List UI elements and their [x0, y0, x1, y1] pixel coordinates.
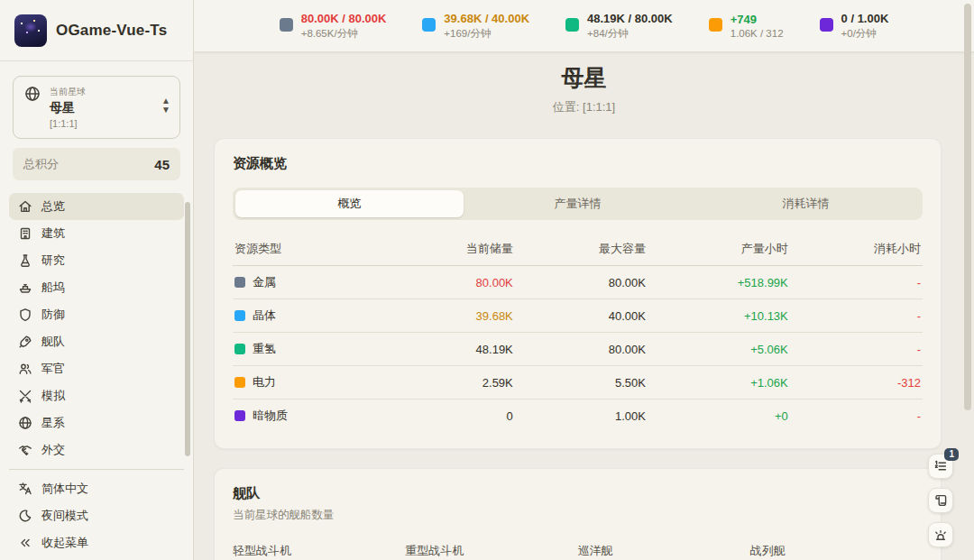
production-per-hour: +518.99K	[648, 266, 790, 299]
planet-selector[interactable]: 当前星球 母星 [1:1:1] ▲▼	[13, 76, 180, 139]
app-logo-row: OGame-Vue-Ts	[0, 0, 193, 61]
resource-name: 重氢	[253, 341, 276, 357]
resource-rate: 1.06K / 312	[730, 28, 784, 39]
fleet-card-subtitle: 当前星球的舰船数量	[233, 508, 923, 523]
sidebar-divider	[9, 469, 184, 470]
topbar-resource-deuterium: 48.19K / 80.00K +84/分钟	[565, 12, 673, 41]
sidebar-item-diplomacy[interactable]: 外交	[9, 436, 184, 464]
tab-overview[interactable]: 概览	[235, 190, 464, 217]
total-score: 总积分 45	[13, 148, 180, 180]
sidebar-item-fleet[interactable]: 舰队	[9, 328, 184, 355]
officers-icon	[18, 362, 32, 376]
resource-card-title: 资源概览	[233, 155, 923, 172]
fleet-card: 舰队 当前星球的舰船数量 轻型战斗机 0 重型战斗机 0 巡洋舰 0 战列舰 0…	[214, 468, 942, 560]
resource-table: 资源类型 当前储量 最大容量 产量小时 消耗小时 金属 80.00K 80.00…	[233, 233, 923, 432]
deuterium-icon	[565, 18, 579, 32]
sidebar-item-galaxy[interactable]: 星系	[9, 409, 184, 436]
fleet-card-title: 舰队	[233, 485, 923, 502]
sidebar-item-simulator[interactable]: 模拟	[9, 382, 184, 409]
tab-consumption-details[interactable]: 消耗详情	[692, 190, 920, 217]
dark-matter-icon	[820, 18, 833, 32]
sidebar-item-label: 总览	[41, 198, 65, 215]
resource-topbar: 80.00K / 80.00K +8.65K/分钟 39.68K / 40.00…	[194, 0, 974, 51]
sidebar-item-shipyard[interactable]: 船坞	[9, 274, 184, 301]
home-icon	[18, 199, 32, 214]
sidebar-item-label: 模拟	[41, 388, 65, 404]
sidebar-item-language[interactable]: 简体中文	[9, 475, 184, 502]
flask-icon	[18, 253, 32, 268]
ship-name: 轻型战斗机	[233, 543, 405, 559]
sidebar-item-defense[interactable]: 防御	[9, 301, 184, 328]
sidebar-item-label: 简体中文	[41, 481, 88, 497]
sidebar: OGame-Vue-Ts 当前星球 母星 [1:1:1] ▲▼ 总积分 45 总…	[0, 0, 194, 560]
table-row-energy: 电力 2.59K 5.50K +1.06K -312	[233, 366, 923, 399]
ship-light-fighter: 轻型战斗机 0	[233, 543, 405, 560]
topbar-resource-dark-matter: 0 / 1.00K +0/分钟	[820, 12, 889, 41]
total-score-value: 45	[154, 157, 170, 172]
sidebar-item-label: 夜间模式	[41, 508, 88, 524]
main-content: 母星 位置: [1:1:1] 资源概览 概览 产量详情 消耗详情 资源类型 当前…	[194, 51, 974, 560]
sidebar-nav: 总览 建筑 研究 船坞 防御 舰队 军官 模拟	[0, 193, 193, 556]
topbar-resource-crystal: 39.68K / 40.00K +169/分钟	[422, 12, 529, 41]
handshake-icon	[18, 443, 32, 457]
sidebar-item-label: 外交	[41, 442, 65, 458]
resource-overview-card: 资源概览 概览 产量详情 消耗详情 资源类型 当前储量 最大容量 产量小时 消耗…	[214, 138, 942, 449]
resource-amount: 48.19K / 80.00K	[587, 12, 673, 25]
shield-icon	[18, 308, 32, 322]
metal-dot-icon	[234, 277, 245, 288]
table-row-dark-matter: 暗物质 0 1.00K +0 -	[233, 399, 923, 433]
resource-rate: +8.65K/分钟	[301, 27, 387, 41]
building-icon	[18, 226, 32, 241]
ship-battleship: 战列舰 0	[750, 543, 923, 560]
page-title: 母星	[194, 63, 974, 93]
sidebar-item-officers[interactable]: 军官	[9, 355, 184, 382]
scroll-icon	[933, 493, 948, 508]
current-storage: 48.19K	[382, 333, 515, 366]
rocket-icon	[18, 335, 32, 349]
task-queue-button[interactable]: 1	[928, 454, 953, 479]
dark-matter-dot-icon	[234, 410, 245, 421]
production-per-hour: +0	[648, 399, 790, 433]
sidebar-scrollbar[interactable]	[185, 202, 190, 456]
collapse-icon	[18, 536, 32, 550]
production-per-hour: +10.13K	[648, 299, 790, 333]
current-storage: 80.00K	[382, 266, 515, 299]
current-storage: 0	[382, 399, 515, 433]
fleet-grid: 轻型战斗机 0 重型战斗机 0 巡洋舰 0 战列舰 0 小型运输舰 殖民船	[233, 543, 923, 560]
resource-rate: +169/分钟	[444, 27, 529, 41]
main-scrollbar[interactable]	[964, 4, 971, 410]
resource-amount: 80.00K / 80.00K	[301, 12, 387, 25]
planet-selector-label: 当前星球	[50, 86, 152, 98]
planet-selector-name: 母星	[50, 100, 152, 116]
sidebar-item-label: 收起菜单	[41, 535, 88, 551]
moon-icon	[18, 509, 32, 523]
sidebar-item-buildings[interactable]: 建筑	[9, 220, 184, 247]
metal-icon	[280, 18, 293, 32]
event-log-button[interactable]	[928, 488, 953, 513]
consumption-per-hour: -	[790, 299, 923, 333]
sidebar-item-overview[interactable]: 总览	[9, 193, 184, 220]
max-capacity: 80.00K	[515, 333, 648, 366]
resource-name: 晶体	[253, 308, 276, 324]
consumption-per-hour: -	[790, 399, 923, 433]
resource-rate: +84/分钟	[587, 27, 673, 41]
ship-name: 重型战斗机	[405, 543, 577, 559]
numbered-list-icon	[933, 459, 948, 473]
current-storage: 2.59K	[382, 366, 515, 399]
sidebar-item-label: 建筑	[41, 225, 65, 242]
sidebar-item-collapse-menu[interactable]: 收起菜单	[9, 529, 184, 556]
alerts-button[interactable]	[928, 522, 953, 547]
energy-icon	[709, 18, 722, 32]
resource-amount: +749	[730, 13, 784, 26]
resource-amount: 0 / 1.00K	[841, 12, 889, 25]
tab-production-details[interactable]: 产量详情	[464, 190, 692, 217]
sidebar-item-label: 军官	[41, 361, 65, 377]
ship-icon	[18, 280, 32, 295]
sidebar-item-night-mode[interactable]: 夜间模式	[9, 502, 184, 529]
col-production-hour: 产量小时	[648, 233, 790, 266]
app-logo-icon	[14, 14, 47, 47]
resource-name: 暗物质	[253, 408, 288, 424]
table-row-deuterium: 重氢 48.19K 80.00K +5.06K -	[233, 333, 923, 366]
sidebar-item-research[interactable]: 研究	[9, 247, 184, 274]
col-consumption-hour: 消耗小时	[790, 233, 923, 266]
